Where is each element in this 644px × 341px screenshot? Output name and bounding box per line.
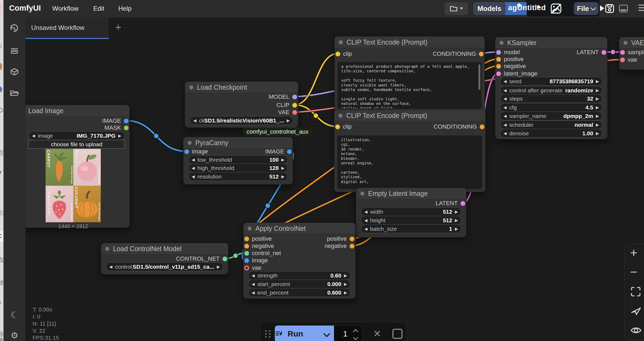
increment-icon[interactable]: ▶ bbox=[287, 118, 290, 123]
theme-moon-icon[interactable]: ☾ bbox=[11, 310, 18, 320]
widget-seed[interactable]: ◀seed87735386835719▶ bbox=[500, 77, 602, 86]
node-load-controlnet-model[interactable]: Load ControlNet ModelCONTROL_NET◀control… bbox=[101, 243, 228, 275]
count-up-icon[interactable] bbox=[353, 329, 358, 334]
input-vae-dot[interactable] bbox=[620, 57, 625, 62]
collapse-dot[interactable] bbox=[500, 41, 504, 45]
decrement-icon[interactable]: ◀ bbox=[364, 209, 368, 214]
node-apply-controlnet[interactable]: Apply ControlNetpositivenegativecontrol_… bbox=[243, 223, 356, 299]
widget-height[interactable]: ◀height512▶ bbox=[361, 216, 461, 225]
decrement-icon[interactable]: ◀ bbox=[504, 114, 507, 118]
widget-image[interactable]: ◀imageIMG_7170.JPG▶ bbox=[29, 131, 125, 140]
textarea-scrollbar[interactable] bbox=[478, 64, 480, 90]
widget-denoise[interactable]: ◀denoise1.00▶ bbox=[500, 129, 602, 138]
decrement-icon[interactable]: ◀ bbox=[32, 133, 35, 138]
decrement-icon[interactable]: ◀ bbox=[252, 290, 255, 295]
input-control_net-dot[interactable] bbox=[244, 251, 249, 256]
collapse-dot[interactable] bbox=[623, 41, 627, 45]
decrement-icon[interactable]: ◀ bbox=[504, 105, 507, 110]
decrement-icon[interactable]: ◀ bbox=[364, 218, 368, 223]
navigate-cursor-button[interactable] bbox=[630, 305, 642, 316]
increment-icon[interactable]: ▶ bbox=[344, 290, 347, 295]
node-clip-text-encode-positive[interactable]: CLIP Text Encode (Prompt)clipCONDITIONIN… bbox=[334, 36, 485, 114]
input-image-dot[interactable] bbox=[244, 258, 249, 263]
decrement-icon[interactable]: ◀ bbox=[252, 273, 255, 278]
node-load-image[interactable]: Load ImageIMAGEMASK◀imageIMG_7170.JPG▶ch… bbox=[23, 105, 130, 228]
collapse-dot[interactable] bbox=[339, 114, 343, 118]
output-CLIP-dot[interactable] bbox=[292, 103, 297, 108]
upload-button[interactable]: choose file to upload bbox=[29, 140, 125, 149]
input-samples-dot[interactable] bbox=[620, 50, 625, 55]
decrement-icon[interactable]: ◀ bbox=[504, 88, 507, 93]
decrement-icon[interactable]: ◀ bbox=[252, 282, 255, 287]
decrement-icon[interactable]: ◀ bbox=[193, 118, 196, 123]
increment-icon[interactable]: ▶ bbox=[281, 166, 284, 170]
input-negative-dot[interactable] bbox=[244, 244, 249, 249]
widget-control-after-generate[interactable]: ◀control after generaterandomize▶ bbox=[500, 86, 602, 95]
node-ksampler[interactable]: KSamplermodelpositivenegativelatent_imag… bbox=[495, 37, 607, 139]
increment-icon[interactable]: ▶ bbox=[455, 209, 458, 214]
increment-icon[interactable]: ▶ bbox=[281, 157, 284, 162]
input-positive-dot[interactable] bbox=[244, 236, 249, 241]
node-clip-text-encode-negative[interactable]: CLIP Text Encode (Prompt)clipCONDITIONIN… bbox=[334, 110, 486, 192]
prompt-textarea[interactable]: illustration, cgi, 3d render, octane, bl… bbox=[337, 136, 482, 189]
increment-icon[interactable]: ▶ bbox=[596, 88, 599, 93]
open-workflow-button[interactable] bbox=[445, 2, 468, 15]
decrement-icon[interactable]: ◀ bbox=[192, 166, 195, 170]
no-preview-image-icon[interactable] bbox=[550, 3, 562, 14]
collapse-dot[interactable] bbox=[360, 192, 364, 196]
widget-ckpt_name[interactable]: ◀ckpt_nameSD1.5/realisticVisionV60B1_...… bbox=[190, 116, 293, 125]
output-LATENT-dot[interactable] bbox=[460, 201, 465, 206]
node-load-checkpoint[interactable]: Load CheckpointMODELCLIPVAE◀ckpt_nameSD1… bbox=[185, 81, 298, 128]
increment-icon[interactable]: ▶ bbox=[118, 133, 121, 138]
collapse-dot[interactable] bbox=[188, 141, 192, 145]
output-MODEL-dot[interactable] bbox=[292, 94, 297, 100]
node-pyracanny[interactable]: PyraCannyimageIMAGE◀low_threshold100▶◀hi… bbox=[183, 137, 293, 185]
workflows-folder-icon[interactable] bbox=[9, 88, 19, 98]
menu-edit[interactable]: Edit bbox=[93, 5, 104, 12]
history-icon[interactable] bbox=[9, 24, 19, 34]
decrement-icon[interactable]: ◀ bbox=[504, 122, 507, 127]
settings-gear-icon[interactable]: ⚙ bbox=[11, 330, 18, 340]
increment-icon[interactable]: ▶ bbox=[596, 79, 599, 84]
zoom-out-button[interactable]: − bbox=[630, 265, 637, 279]
output-CONDITIONING-dot[interactable] bbox=[479, 51, 484, 57]
save-icon[interactable] bbox=[605, 3, 615, 14]
input-latent_image-dot[interactable] bbox=[496, 71, 501, 76]
output-MASK-dot[interactable] bbox=[124, 125, 129, 130]
decrement-icon[interactable]: ◀ bbox=[364, 227, 368, 231]
increment-icon[interactable]: ▶ bbox=[596, 114, 599, 118]
cancel-button[interactable]: ✕ bbox=[373, 328, 381, 339]
increment-icon[interactable]: ▶ bbox=[596, 96, 599, 101]
menu-workflow[interactable]: Workflow bbox=[52, 5, 78, 12]
widget-cfg[interactable]: ◀cfg4.5▶ bbox=[500, 103, 602, 112]
input-clip-dot[interactable] bbox=[335, 51, 340, 57]
output-IMAGE-dot[interactable] bbox=[124, 118, 129, 124]
widget-end_percent[interactable]: ◀end_percent0.600▶ bbox=[248, 288, 351, 297]
run-arrow-icon[interactable] bbox=[600, 5, 604, 11]
models-button[interactable]: Models bbox=[473, 2, 506, 15]
zoom-in-button[interactable]: + bbox=[630, 245, 637, 260]
widget-high_threshold[interactable]: ◀high_threshold128▶ bbox=[188, 164, 288, 172]
output-IMAGE-dot[interactable] bbox=[287, 149, 292, 154]
widget-low_threshold[interactable]: ◀low_threshold100▶ bbox=[188, 155, 288, 164]
node-library-icon[interactable] bbox=[9, 67, 19, 77]
increment-icon[interactable]: ▶ bbox=[455, 227, 458, 231]
output-CONDITIONING-dot[interactable] bbox=[480, 124, 485, 129]
decrement-icon[interactable]: ◀ bbox=[504, 131, 507, 136]
run-options-chevron-icon[interactable] bbox=[323, 330, 330, 337]
output-positive-dot[interactable] bbox=[349, 236, 355, 241]
stop-button[interactable] bbox=[392, 329, 402, 339]
collapse-dot[interactable] bbox=[339, 40, 343, 44]
collapse-dot[interactable] bbox=[105, 247, 109, 251]
queue-icon[interactable] bbox=[9, 45, 19, 55]
collapse-dot[interactable] bbox=[189, 85, 193, 89]
decrement-icon[interactable]: ◀ bbox=[109, 264, 112, 269]
link-visibility-eye-button[interactable] bbox=[630, 325, 642, 336]
app-logo[interactable]: ComfyUI bbox=[9, 4, 41, 13]
hamburger-menu-icon[interactable] bbox=[638, 5, 644, 13]
decrement-icon[interactable]: ◀ bbox=[504, 79, 507, 84]
decrement-icon[interactable]: ◀ bbox=[504, 96, 507, 101]
tab-unsaved-workflow[interactable]: Unsaved Workflow bbox=[25, 18, 109, 39]
increment-icon[interactable]: ▶ bbox=[217, 264, 220, 269]
widget-control_net_name[interactable]: ◀control_net_nameSD1.5/control_v11p_sd15… bbox=[106, 262, 223, 271]
